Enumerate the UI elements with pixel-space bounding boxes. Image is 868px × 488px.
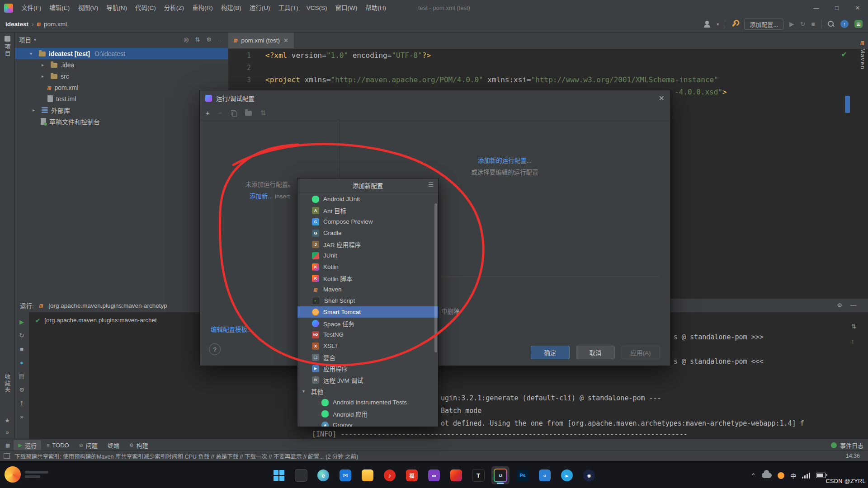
config-type-android-app[interactable]: Android 应用 (297, 408, 438, 419)
wrench-icon[interactable] (730, 19, 740, 29)
history-icon[interactable]: ▤ (19, 373, 24, 380)
rerun-icon[interactable]: ▶ (19, 319, 24, 325)
config-type-jar[interactable]: JJAR 应用程序 (297, 239, 438, 250)
menu-refactor[interactable]: 重构(R) (188, 0, 217, 16)
remove-icon[interactable]: − (218, 109, 222, 117)
config-type-compound[interactable]: ❏复合 (297, 352, 438, 363)
scroll-to-end-icon[interactable]: ↕ (851, 338, 856, 345)
tree-row-external-libs[interactable]: ▸ 外部库 (14, 104, 228, 116)
dialog-close-icon[interactable]: ✕ (659, 94, 665, 103)
run-tab-title[interactable]: [org.apache.maven.plugins:maven-archetyp (48, 302, 167, 309)
settings-icon[interactable]: ⚙ (206, 36, 212, 43)
toolbar-tab-terminal[interactable]: 终端 (103, 440, 124, 450)
cancel-button[interactable]: 取消 (576, 346, 615, 359)
stop-icon[interactable]: ■ (811, 20, 815, 28)
editor-tab-pom[interactable]: m pom.xml (test) ✕ (228, 32, 294, 48)
config-type-group-other[interactable]: ▾其他 (297, 385, 438, 397)
collapse-all-icon[interactable]: ⇅ (195, 36, 200, 43)
search-icon[interactable] (827, 20, 835, 28)
config-type-xslt[interactable]: XXSLT (297, 340, 438, 352)
rerun-failed-icon[interactable]: ↻ (19, 332, 24, 339)
taskbar-app-vscode[interactable]: ‹› (536, 466, 554, 484)
menu-analyze[interactable]: 分析(Z) (160, 0, 188, 16)
config-type-android-junit[interactable]: Android JUnit (297, 193, 438, 205)
sidebar-tab-favorites[interactable]: 收藏夹 (0, 374, 14, 394)
config-type-junit[interactable]: JUnit (297, 250, 438, 261)
toolbar-tab-todo[interactable]: ≡ TODO (42, 441, 74, 450)
expand-arrow-icon[interactable]: ▸ (33, 108, 38, 113)
config-type-space[interactable]: Space 任务 (297, 318, 438, 329)
taskbar-app-mail[interactable]: ✉ (336, 466, 354, 484)
menu-vcs[interactable]: VCS(S) (302, 0, 331, 16)
config-type-gradle[interactable]: GGradle (297, 227, 438, 239)
menu-edit[interactable]: 编辑(E) (45, 0, 74, 16)
project-panel-title[interactable]: 项目 (19, 35, 31, 44)
menu-code[interactable]: 代码(C) (131, 0, 160, 16)
stop-icon[interactable]: ■ (20, 346, 24, 352)
user-icon[interactable] (703, 20, 711, 28)
run-settings-icon[interactable]: ⚙ (19, 386, 24, 393)
expand-arrow-icon[interactable]: ▾ (30, 51, 36, 56)
config-type-remote-jvm[interactable]: R远程 JVM 调试 (297, 374, 438, 385)
inspections-ok-icon[interactable]: ✔ (841, 50, 847, 59)
input-method-indicator[interactable]: 中 (790, 471, 796, 480)
tree-row-idea[interactable]: ▸ .idea (14, 59, 228, 70)
config-type-android-instrumented[interactable]: Android Instrumented Tests (297, 397, 438, 408)
favorites-star-icon[interactable]: ★ (0, 417, 14, 424)
minimize-button[interactable]: — (806, 0, 826, 16)
config-type-smart-tomcat[interactable]: Smart Tomcat (297, 306, 438, 318)
config-type-testng[interactable]: NGTestNG (297, 329, 438, 340)
menu-view[interactable]: 视图(V) (74, 0, 102, 16)
taskbar-app-telegram[interactable]: ▸ (558, 466, 576, 484)
cloud-icon[interactable] (762, 473, 772, 478)
config-type-maven[interactable]: mMaven (297, 284, 438, 295)
chevron-down-icon[interactable]: ▾ (34, 37, 36, 42)
config-type-groovy[interactable]: ★Groovy (297, 419, 438, 427)
soft-wrap-icon[interactable]: ⇅ (851, 323, 856, 330)
network-icon[interactable] (802, 473, 810, 479)
toolbar-tab-run[interactable]: ▶ 运行 (14, 440, 41, 450)
filter-passed-icon[interactable]: ● (20, 359, 24, 366)
config-type-kotlin[interactable]: KKotlin (297, 261, 438, 272)
tool-window-switcher-icon[interactable]: ▦ (5, 442, 10, 448)
tree-row-pom[interactable]: m pom.xml (14, 82, 228, 93)
dialog-title-bar[interactable]: 运行/调试配置 ✕ (200, 90, 670, 106)
config-type-application[interactable]: ▶应用程序 (297, 363, 438, 374)
taskbar-app-jetbrains[interactable] (447, 466, 465, 484)
update-icon[interactable]: ↑ (840, 20, 849, 28)
run-tree-row[interactable]: ✔ [org.apache.maven.plugins:maven-archet (35, 317, 157, 324)
ok-button[interactable]: 确定 (531, 346, 570, 359)
menu-help[interactable]: 帮助(H) (361, 0, 390, 16)
add-icon[interactable]: + (206, 109, 210, 117)
tree-row-iml[interactable]: test.iml (14, 93, 228, 104)
expand-arrow-icon[interactable]: ▸ (42, 62, 47, 67)
taskbar-app-visual-studio[interactable]: ∞ (425, 466, 443, 484)
sort-icon[interactable]: ⇅ (260, 109, 266, 117)
taskbar-app-explorer[interactable] (359, 466, 377, 484)
config-type-kotlin-script[interactable]: KKotlin 脚本 (297, 272, 438, 284)
add-new-config-link[interactable]: 添加新的运行配置... (478, 157, 532, 164)
more-tool-windows-icon[interactable]: » (0, 429, 14, 436)
sidebar-tab-project[interactable]: 项目 (0, 36, 14, 57)
edit-templates-link[interactable]: 编辑配置模板... (211, 326, 252, 333)
taskbar-app-foxit[interactable]: 福 (403, 466, 421, 484)
close-button[interactable]: ✕ (847, 0, 868, 16)
taskbar-app-steam[interactable]: ◉ (580, 466, 598, 484)
menu-navigate[interactable]: 导航(N) (102, 0, 131, 16)
breadcrumb-project[interactable]: ideatest (5, 21, 28, 28)
event-log[interactable]: 事件日志 (831, 439, 863, 451)
tree-row-scratches[interactable]: 草稿文件和控制台 (14, 116, 228, 127)
taskbar-app-idea[interactable]: IJ (491, 466, 509, 484)
menu-run[interactable]: 运行(U) (245, 0, 274, 16)
taskbar-app-music[interactable]: ♪ (381, 466, 399, 484)
new-folder-icon[interactable] (245, 111, 252, 116)
expand-arrow-icon[interactable]: ▸ (42, 74, 47, 79)
toolbar-tab-build[interactable]: ⚙ 构建 (125, 440, 153, 450)
popup-scrollbar[interactable] (434, 203, 437, 352)
tray-expand-icon[interactable]: ⌃ (751, 472, 756, 479)
help-icon[interactable]: ? (209, 343, 221, 355)
close-tab-icon[interactable]: ✕ (283, 37, 288, 44)
hide-panel-icon[interactable]: — (850, 302, 856, 309)
menu-tools[interactable]: 工具(T) (274, 0, 302, 16)
settings-icon[interactable]: ⚙ (837, 302, 842, 309)
